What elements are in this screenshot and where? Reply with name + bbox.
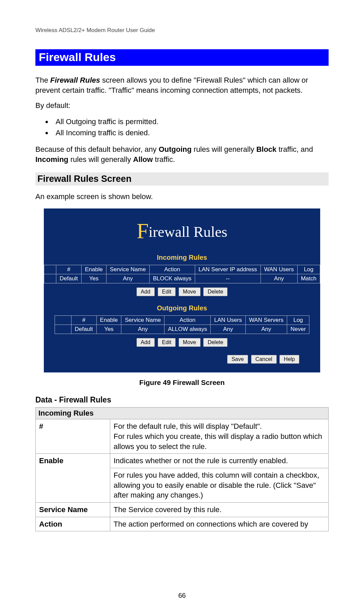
col-service: Service Name bbox=[121, 316, 164, 325]
cell: ALLOW always bbox=[164, 325, 211, 334]
col-number: # bbox=[56, 265, 82, 274]
col-service: Service Name bbox=[106, 265, 149, 274]
data-value: The action performed on connections whic… bbox=[110, 517, 329, 531]
list-item: All Incoming traffic is denied. bbox=[52, 127, 329, 138]
text-bold: Firewall Rules bbox=[50, 76, 100, 84]
col-action: Action bbox=[149, 265, 195, 274]
table-row: Default Yes Any ALLOW always Any Any Nev… bbox=[55, 325, 309, 334]
text-bold: Allow bbox=[133, 155, 153, 164]
cell: Any bbox=[261, 274, 297, 283]
app-title-rest: irewall Rules bbox=[149, 224, 227, 240]
text: Because of this default behavior, any bbox=[35, 145, 159, 153]
footer-buttons: Save Cancel Help bbox=[44, 355, 320, 364]
data-key: Service Name bbox=[36, 502, 110, 517]
outgoing-rules-table: # Enable Service Name Action LAN Users W… bbox=[55, 315, 310, 334]
text: traffic. bbox=[153, 155, 175, 164]
data-value: The Service covered by this rule. bbox=[110, 502, 329, 517]
move-button[interactable]: Move bbox=[179, 287, 201, 296]
cell: Any bbox=[106, 274, 149, 283]
app-title-initial: F bbox=[137, 219, 149, 243]
defaults-list: All Outgoing traffic is permitted. All I… bbox=[35, 116, 329, 138]
add-button[interactable]: Add bbox=[136, 287, 155, 296]
add-button[interactable]: Add bbox=[136, 338, 155, 347]
col-enable: Enable bbox=[81, 265, 106, 274]
edit-button[interactable]: Edit bbox=[158, 338, 176, 347]
cell: -- bbox=[195, 274, 261, 283]
intro-paragraph: The Firewall Rules screen allows you to … bbox=[35, 75, 329, 95]
firewall-screenshot: Firewall Rules Incoming Rules # Enable S… bbox=[44, 208, 320, 372]
cell: Yes bbox=[96, 325, 121, 334]
cell: Default bbox=[71, 325, 96, 334]
help-button[interactable]: Help bbox=[279, 355, 299, 364]
col-number: # bbox=[71, 316, 96, 325]
data-key: Action bbox=[36, 517, 110, 531]
col-action: Action bbox=[164, 316, 211, 325]
col-wan: WAN Servers bbox=[245, 316, 287, 325]
data-value: Indicates whether or not the rule is cur… bbox=[110, 454, 329, 468]
cell: Any bbox=[211, 325, 245, 334]
cell bbox=[55, 325, 71, 334]
data-value: For rules you have added, this column wi… bbox=[110, 468, 329, 502]
cell: Yes bbox=[81, 274, 106, 283]
data-key: # bbox=[36, 419, 110, 454]
text-bold: Incoming bbox=[35, 155, 68, 164]
col-lan: LAN Users bbox=[211, 316, 245, 325]
col-log: Log bbox=[287, 316, 309, 325]
app-title: Firewall Rules bbox=[44, 219, 320, 244]
table-header-row: # Enable Service Name Action LAN Server … bbox=[44, 265, 320, 274]
page-number: 66 bbox=[0, 592, 364, 599]
cell: Match bbox=[297, 274, 320, 283]
table-row: Action The action performed on connectio… bbox=[36, 517, 329, 531]
incoming-rules-label: Incoming Rules bbox=[44, 254, 320, 261]
text: The bbox=[35, 76, 50, 84]
table-row: # For the default rule, this will displa… bbox=[36, 419, 329, 454]
data-key: Enable bbox=[36, 454, 110, 503]
table-row: Enable Indicates whether or not the rule… bbox=[36, 454, 329, 468]
list-item: All Outgoing traffic is permitted. bbox=[52, 116, 329, 127]
save-button[interactable]: Save bbox=[227, 355, 248, 364]
text: traffic, and bbox=[276, 145, 313, 153]
cell: Any bbox=[245, 325, 287, 334]
col-wan: WAN Users bbox=[261, 265, 297, 274]
table-header-row: # Enable Service Name Action LAN Users W… bbox=[55, 316, 309, 325]
because-paragraph: Because of this default behavior, any Ou… bbox=[35, 144, 329, 164]
cell: Default bbox=[56, 274, 82, 283]
data-section-header: Incoming Rules bbox=[36, 408, 329, 419]
cell: Never bbox=[287, 325, 309, 334]
col-log: Log bbox=[297, 265, 320, 274]
outgoing-buttons: Add Edit Move Delete bbox=[44, 338, 320, 347]
move-button[interactable]: Move bbox=[179, 338, 201, 347]
col-lan: LAN Server IP address bbox=[195, 265, 261, 274]
text: rules will generally bbox=[68, 155, 133, 164]
cell: Any bbox=[121, 325, 164, 334]
text-bold: Outgoing bbox=[159, 145, 192, 153]
running-header: Wireless ADSL2/2+ Modem Router User Guid… bbox=[35, 27, 329, 34]
edit-button[interactable]: Edit bbox=[158, 287, 176, 296]
cell bbox=[44, 274, 56, 283]
table-row: Service Name The Service covered by this… bbox=[36, 502, 329, 517]
text-bold: Block bbox=[256, 145, 276, 153]
incoming-rules-table: # Enable Service Name Action LAN Server … bbox=[44, 265, 320, 283]
by-default-label: By default: bbox=[35, 101, 329, 111]
section-title: Firewall Rules bbox=[35, 49, 329, 66]
data-heading: Data - Firewall Rules bbox=[35, 395, 329, 404]
example-line: An example screen is shown below. bbox=[35, 192, 329, 202]
delete-button[interactable]: Delete bbox=[203, 287, 228, 296]
cancel-button[interactable]: Cancel bbox=[251, 355, 277, 364]
table-row: Default Yes Any BLOCK always -- Any Matc… bbox=[44, 274, 320, 283]
data-value: For the default rule, this will display … bbox=[110, 419, 329, 454]
delete-button[interactable]: Delete bbox=[203, 338, 228, 347]
text: rules will generally bbox=[191, 145, 256, 153]
outgoing-rules-label: Outgoing Rules bbox=[44, 304, 320, 312]
data-table: Incoming Rules # For the default rule, t… bbox=[35, 407, 329, 531]
subsection-title: Firewall Rules Screen bbox=[35, 172, 329, 186]
col-enable: Enable bbox=[96, 316, 121, 325]
cell: BLOCK always bbox=[149, 274, 195, 283]
incoming-buttons: Add Edit Move Delete bbox=[44, 287, 320, 296]
figure-caption: Figure 49 Firewall Screen bbox=[35, 379, 329, 387]
